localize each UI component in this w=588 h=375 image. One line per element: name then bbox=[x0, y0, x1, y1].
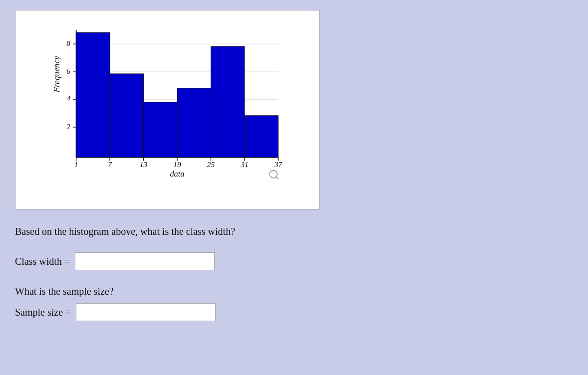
bar-13-19 bbox=[144, 102, 177, 158]
y-tick-2: 2 bbox=[66, 122, 70, 131]
bar-31-37 bbox=[245, 116, 278, 158]
question2-text: What is the sample size? bbox=[15, 284, 344, 298]
x-tick-25: 25 bbox=[207, 160, 215, 169]
x-tick-1: 1 bbox=[74, 160, 78, 169]
main-content: Frequency 2 4 6 8 1 bbox=[15, 10, 344, 335]
x-tick-13: 13 bbox=[140, 160, 148, 169]
x-tick-31: 31 bbox=[240, 160, 248, 169]
bar-25-31 bbox=[211, 46, 244, 158]
y-axis-label: Frequency bbox=[52, 56, 61, 93]
y-tick-6: 6 bbox=[66, 67, 70, 75]
sample-size-row: Sample size = bbox=[15, 303, 344, 321]
zoom-icon-handle bbox=[277, 177, 280, 179]
histogram-container: Frequency 2 4 6 8 1 bbox=[15, 10, 319, 209]
bar-7-13 bbox=[110, 74, 143, 158]
x-tick-7: 7 bbox=[108, 160, 112, 169]
x-tick-37: 37 bbox=[274, 160, 283, 169]
question1-text: Based on the histogram above, what is th… bbox=[15, 224, 344, 238]
histogram-svg: Frequency 2 4 6 8 1 bbox=[45, 20, 309, 179]
class-width-row: Class width = bbox=[15, 252, 344, 270]
bar-1-7 bbox=[76, 32, 110, 158]
zoom-icon[interactable] bbox=[270, 171, 277, 178]
bar-19-25 bbox=[177, 88, 211, 158]
sample-size-input[interactable] bbox=[76, 303, 216, 321]
class-width-label: Class width = bbox=[15, 256, 70, 267]
class-width-input[interactable] bbox=[75, 252, 215, 270]
y-tick-4: 4 bbox=[66, 94, 70, 103]
y-tick-8: 8 bbox=[66, 39, 70, 47]
sample-size-label: Sample size = bbox=[15, 307, 71, 318]
x-tick-19: 19 bbox=[173, 160, 181, 169]
x-axis-label: data bbox=[170, 169, 184, 179]
